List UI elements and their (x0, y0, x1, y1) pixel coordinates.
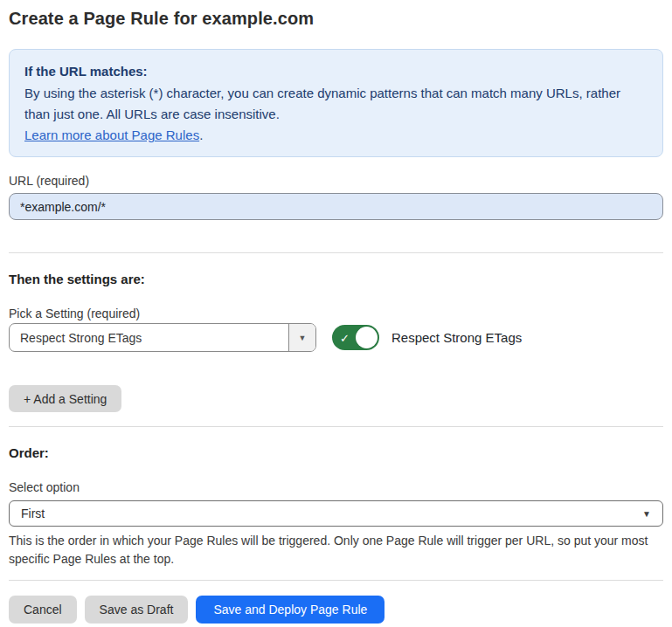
chevron-down-icon: ▼ (299, 334, 307, 342)
save-and-deploy-button[interactable]: Save and Deploy Page Rule (196, 596, 384, 624)
respect-strong-etags-toggle[interactable]: ✓ (332, 325, 379, 350)
learn-more-link[interactable]: Learn more about Page Rules (24, 127, 199, 142)
url-match-info-box: If the URL matches: By using the asteris… (9, 49, 663, 157)
page-title: Create a Page Rule for example.com (9, 9, 663, 29)
setting-row: Respect Strong ETags ▼ ✓ Respect Strong … (9, 323, 663, 352)
check-icon: ✓ (340, 332, 350, 343)
url-input[interactable] (9, 193, 663, 220)
cancel-button[interactable]: Cancel (9, 596, 77, 624)
info-box-body: By using the asterisk (*) character, you… (24, 83, 636, 125)
info-box-link-line: Learn more about Page Rules. (24, 125, 648, 146)
setting-select-value: Respect Strong ETags (10, 324, 288, 351)
footer-actions: Cancel Save as Draft Save and Deploy Pag… (9, 580, 663, 624)
info-box-heading: If the URL matches: (24, 61, 648, 82)
url-field-label: URL (required) (9, 174, 663, 188)
order-select-value: First (21, 506, 45, 520)
add-setting-button[interactable]: + Add a Setting (9, 385, 121, 412)
save-as-draft-button[interactable]: Save as Draft (85, 596, 189, 624)
order-select[interactable]: First ▼ (9, 500, 663, 527)
settings-section-heading: Then the settings are: (9, 272, 663, 286)
setting-select-arrow-button[interactable]: ▼ (288, 324, 315, 351)
toggle-label: Respect Strong ETags (391, 330, 522, 345)
divider-after-url (9, 252, 663, 253)
order-section-heading: Order: (9, 445, 663, 460)
link-suffix: . (199, 127, 203, 142)
setting-select[interactable]: Respect Strong ETags ▼ (9, 323, 316, 352)
toggle-knob (356, 327, 378, 348)
order-select-label: Select option (9, 480, 663, 494)
create-page-rule-panel: Create a Page Rule for example.com If th… (0, 0, 672, 627)
divider-after-settings (9, 426, 663, 427)
order-help-text: This is the order in which your Page Rul… (9, 532, 660, 568)
chevron-down-icon: ▼ (642, 509, 651, 519)
pick-setting-label: Pick a Setting (required) (9, 307, 663, 320)
